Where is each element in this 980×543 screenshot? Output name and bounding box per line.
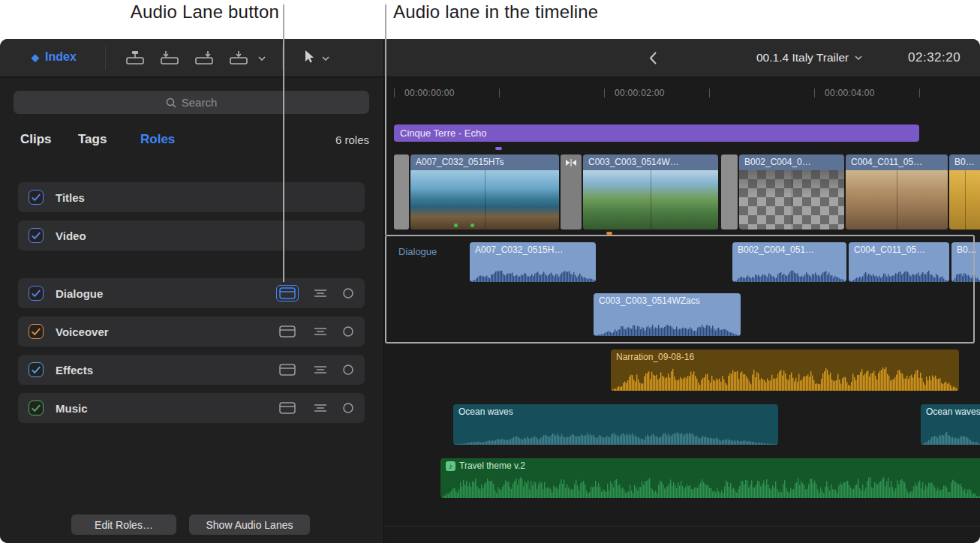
audio-clip[interactable]: B0… xyxy=(951,242,980,282)
audio-lane-button[interactable] xyxy=(276,323,299,340)
audio-clip-narration[interactable]: Narration_09-08-16 xyxy=(611,350,959,391)
subroles-button[interactable] xyxy=(313,326,328,338)
role-row-music[interactable]: Music xyxy=(18,393,365,423)
timeline: 00:00:00:00 00:00:02:00 00:00:04:00 Cinq… xyxy=(384,78,980,543)
tab-clips[interactable]: Clips xyxy=(20,132,52,147)
checkmark-icon xyxy=(31,404,41,412)
role-checkbox[interactable] xyxy=(29,228,44,243)
subroles-button[interactable] xyxy=(313,402,328,414)
audio-clip[interactable]: C004_C011_05… xyxy=(849,242,949,282)
ruler-timecode: 00:00:02:00 xyxy=(615,88,665,98)
title-clip[interactable]: Cinque Terre - Echo xyxy=(394,124,919,142)
marker-dash xyxy=(606,232,612,235)
video-clip[interactable]: B0… xyxy=(949,154,980,230)
ruler-tick xyxy=(919,88,920,98)
insert-edit-icon xyxy=(161,50,179,65)
clip-name: B002_C004_0… xyxy=(739,154,844,170)
waveform xyxy=(470,260,596,282)
index-button-label: Index xyxy=(45,50,77,64)
edit-options-chevron[interactable] xyxy=(258,56,266,61)
search-placeholder: Search xyxy=(182,96,218,109)
clip-thumbnail xyxy=(410,170,559,230)
ruler-tick xyxy=(604,88,605,98)
transition-clip[interactable] xyxy=(561,154,582,230)
index-button[interactable]: ◆ Index xyxy=(32,50,77,64)
subroles-icon xyxy=(313,287,328,299)
role-name: Dialogue xyxy=(56,287,103,300)
clip-name: Ocean waves xyxy=(921,404,980,417)
audio-lane-icon xyxy=(279,402,296,414)
search-input[interactable]: Search xyxy=(14,91,369,114)
role-row-dialogue[interactable]: Dialogue xyxy=(18,278,365,308)
ruler-timecode: 00:00:00:00 xyxy=(404,88,455,98)
role-checkbox[interactable] xyxy=(29,362,44,377)
checkmark-icon xyxy=(31,289,41,298)
focus-button[interactable] xyxy=(342,287,354,299)
focus-button[interactable] xyxy=(342,326,354,338)
audio-clip[interactable]: C003_C003_0514WZacs xyxy=(594,293,741,336)
video-clip[interactable]: A007_C032_0515HTs xyxy=(410,154,559,230)
timeline-back-button[interactable] xyxy=(650,52,657,64)
clip-thumbnail xyxy=(949,170,980,230)
audio-clip[interactable]: A007_C032_0515H… xyxy=(470,242,596,282)
overwrite-edit-icon xyxy=(230,50,248,65)
checkmark-icon xyxy=(31,327,41,336)
role-checkbox[interactable] xyxy=(29,286,44,301)
search-icon xyxy=(166,98,176,108)
audio-clip[interactable]: B002_C004_051… xyxy=(732,242,846,282)
video-clip[interactable]: B002_C004_0… xyxy=(739,154,844,230)
tools-chevron[interactable] xyxy=(322,56,329,61)
chevron-left-icon xyxy=(650,52,657,64)
show-audio-lanes-button[interactable]: Show Audio Lanes xyxy=(189,514,310,535)
focus-circle-icon xyxy=(342,326,354,338)
audio-clip-music[interactable]: ♪ Travel theme v.2 xyxy=(440,458,980,498)
music-note-icon: ♪ xyxy=(446,461,455,471)
role-name: Titles xyxy=(56,191,85,204)
clip-thumbnail xyxy=(846,170,948,230)
timeline-index-panel: Search Clips Tags Roles 6 roles Titles V… xyxy=(0,78,383,543)
role-name: Video xyxy=(56,230,86,242)
clip-handle[interactable] xyxy=(394,154,409,230)
audio-lane-button[interactable] xyxy=(276,400,299,416)
role-checkbox[interactable] xyxy=(29,400,44,416)
roles-count: 6 roles xyxy=(335,134,369,146)
role-row-titles[interactable]: Titles xyxy=(18,182,365,212)
video-clip[interactable]: C004_C011_05… xyxy=(846,154,948,230)
append-edit-button[interactable] xyxy=(195,50,213,65)
audio-lane-button[interactable] xyxy=(276,285,299,302)
clip-handle[interactable] xyxy=(721,154,738,230)
audio-lane-label: Dialogue xyxy=(398,246,437,257)
clip-name: Narration_09-08-16 xyxy=(611,350,959,362)
ruler-tick xyxy=(709,88,710,98)
project-menu[interactable]: 00.1.4 Italy Trailer xyxy=(756,51,862,64)
audio-lane-button[interactable] xyxy=(276,362,299,378)
tab-roles[interactable]: Roles xyxy=(140,132,175,147)
connect-edit-button[interactable] xyxy=(126,50,144,65)
role-row-voiceover[interactable]: Voiceover xyxy=(18,316,365,346)
ruler-tick xyxy=(814,88,815,98)
role-row-effects[interactable]: Effects xyxy=(18,355,365,385)
toolbar-divider xyxy=(105,46,106,70)
tab-tags[interactable]: Tags xyxy=(78,132,107,147)
index-diamond-icon: ◆ xyxy=(32,52,39,62)
overwrite-edit-button[interactable] xyxy=(230,50,248,65)
focus-circle-icon xyxy=(342,402,354,414)
audio-clip-effects[interactable]: Ocean waves xyxy=(921,404,980,445)
clip-name: C003_C003_0514WZacs xyxy=(594,293,741,306)
subroles-button[interactable] xyxy=(313,287,328,299)
insert-edit-button[interactable] xyxy=(161,50,179,65)
marker-dot xyxy=(454,224,458,227)
role-checkbox[interactable] xyxy=(29,190,44,205)
edit-roles-button[interactable]: Edit Roles… xyxy=(71,514,176,535)
focus-button[interactable] xyxy=(342,402,354,414)
tools-button[interactable] xyxy=(303,50,314,64)
video-clip[interactable]: C003_C003_0514W… xyxy=(583,154,718,230)
role-checkbox[interactable] xyxy=(29,324,44,339)
focus-button[interactable] xyxy=(342,364,354,376)
subroles-button[interactable] xyxy=(313,364,328,376)
clip-thumbnail xyxy=(739,170,844,230)
role-row-video[interactable]: Video xyxy=(18,220,365,250)
clip-name: C004_C011_05… xyxy=(849,242,949,255)
checkmark-icon xyxy=(31,365,41,374)
audio-clip-effects[interactable]: Ocean waves xyxy=(453,404,778,445)
